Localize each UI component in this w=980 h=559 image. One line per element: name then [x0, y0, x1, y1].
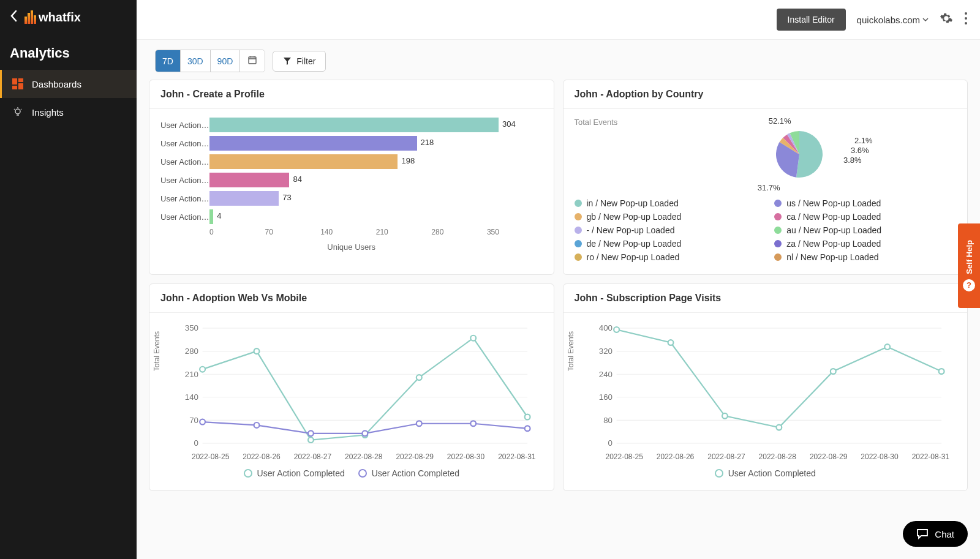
bar-chart-xlabel: Unique Users	[160, 242, 543, 252]
card-profile: John - Create a Profile User Action…304U…	[149, 80, 554, 275]
legend-item: gb / New Pop-up Loaded	[575, 212, 756, 222]
bar-label: User Action…	[160, 121, 209, 130]
sidebar-item-dashboards[interactable]: Dashboards	[0, 70, 137, 98]
bar-row: User Action…304	[160, 118, 543, 132]
svg-text:400: 400	[598, 323, 612, 332]
legend-swatch	[715, 469, 723, 478]
filter-icon	[283, 57, 292, 66]
legend-label: gb / New Pop-up Loaded	[587, 212, 682, 222]
svg-point-49	[938, 369, 944, 374]
sidebar: whatfix Analytics DashboardsInsights	[0, 0, 137, 559]
pie-chart: 52.1% 2.1% 3.6% 3.8% 31.7%	[630, 118, 956, 191]
svg-point-47	[830, 369, 835, 374]
self-help-button[interactable]: Self Help ?	[958, 223, 980, 308]
bar-row: User Action…84	[160, 173, 543, 187]
more-vertical-icon[interactable]	[964, 12, 968, 28]
self-help-label: Self Help	[965, 240, 974, 274]
svg-point-45	[722, 413, 728, 419]
pie-legend: in / New Pop-up Loadedus / New Pop-up Lo…	[575, 198, 957, 262]
help-icon: ?	[963, 279, 975, 291]
bar-track: 304	[209, 118, 543, 132]
svg-text:320: 320	[598, 347, 612, 356]
install-editor-button[interactable]: Install Editor	[777, 9, 846, 31]
back-icon[interactable]	[10, 10, 18, 24]
card-subs: John - Subscription Page Visits Total Ev…	[563, 283, 968, 491]
range-7d[interactable]: 7D	[156, 50, 181, 72]
svg-text:160: 160	[598, 392, 612, 402]
bar-value: 218	[421, 138, 434, 147]
bar-fill	[209, 136, 417, 151]
svg-point-27	[362, 430, 368, 436]
svg-point-25	[254, 422, 260, 428]
legend-swatch	[575, 213, 582, 220]
legend-label: User Action Completed	[372, 468, 459, 478]
svg-point-24	[200, 419, 205, 425]
line-legend-item: User Action Completed	[715, 468, 816, 478]
legend-label: User Action Completed	[728, 468, 816, 478]
sidebar-title: Analytics	[0, 34, 137, 70]
svg-point-1	[965, 12, 967, 15]
card-webmobile-body: Total Events 070140210280350 2022-08-252…	[149, 313, 554, 490]
card-country-title: John - Adoption by Country	[564, 80, 968, 109]
chat-button[interactable]: Chat	[903, 521, 968, 547]
line-x-ticks: 2022-08-252022-08-262022-08-272022-08-28…	[599, 452, 957, 461]
svg-point-28	[417, 421, 422, 426]
toolbar: 7D30D90D Filter	[149, 46, 968, 80]
svg-text:210: 210	[185, 370, 198, 379]
legend-item: - / New Pop-up Loaded	[575, 225, 756, 235]
domain-select-label: quickolabs.com	[857, 15, 920, 25]
bar-fill	[209, 191, 279, 206]
bar-label: User Action…	[160, 139, 209, 148]
svg-text:280: 280	[185, 347, 198, 356]
legend-item: ro / New Pop-up Loaded	[575, 252, 756, 262]
pie-callout: 3.6%	[851, 146, 869, 155]
bar-value: 198	[401, 156, 415, 165]
legend-item: de / New Pop-up Loaded	[575, 239, 756, 249]
svg-text:140: 140	[185, 392, 198, 402]
bar-label: User Action…	[160, 212, 209, 222]
legend-label: de / New Pop-up Loaded	[587, 239, 682, 249]
bar-track: 84	[209, 173, 543, 187]
card-profile-title: John - Create a Profile	[149, 80, 554, 109]
bar-fill	[209, 154, 398, 169]
pie-callout: 3.8%	[843, 156, 862, 165]
range-90d[interactable]: 90D	[211, 50, 241, 72]
card-country-body: Total Events 52.1% 2.1% 3.6% 3.8% 31.7%	[564, 109, 968, 274]
card-subs-title: John - Subscription Page Visits	[564, 284, 968, 313]
line-chart-webmobile: 070140210280350	[160, 321, 543, 450]
calendar-button[interactable]	[240, 50, 265, 72]
legend-label: User Action Completed	[257, 468, 345, 478]
svg-text:350: 350	[185, 323, 198, 332]
legend-label: us / New Pop-up Loaded	[786, 198, 881, 208]
logo: whatfix	[24, 10, 81, 24]
sidebar-item-insights[interactable]: Insights	[0, 98, 137, 126]
card-webmobile-title: John - Adoption Web Vs Mobile	[149, 284, 554, 313]
dashboard-icon	[12, 78, 23, 89]
pie-callout: 52.1%	[769, 116, 791, 126]
legend-swatch	[575, 253, 582, 261]
svg-point-3	[965, 22, 967, 24]
bar-row: User Action…4	[160, 209, 543, 224]
svg-point-17	[200, 367, 205, 372]
svg-point-23	[525, 415, 530, 420]
bar-track: 218	[209, 136, 543, 151]
nav-list: DashboardsInsights	[0, 70, 137, 126]
legend-label: in / New Pop-up Loaded	[587, 198, 679, 208]
line-x-ticks: 2022-08-252022-08-262022-08-272022-08-28…	[185, 452, 543, 461]
legend-swatch	[774, 213, 782, 220]
insights-icon	[12, 107, 23, 118]
nav-label: Insights	[32, 107, 64, 118]
gear-icon[interactable]	[940, 12, 953, 28]
svg-text:0: 0	[194, 438, 198, 448]
bar-label: User Action…	[160, 194, 209, 203]
legend-label: ca / New Pop-up Loaded	[786, 212, 881, 222]
legend-label: - / New Pop-up Loaded	[587, 225, 675, 235]
line-legend-item: User Action Completed	[244, 468, 345, 478]
card-grid: John - Create a Profile User Action…304U…	[149, 80, 968, 491]
content: 7D30D90D Filter John - Create a Profile …	[137, 40, 980, 559]
domain-select[interactable]: quickolabs.com	[857, 15, 929, 25]
filter-button[interactable]: Filter	[273, 51, 326, 72]
svg-point-44	[668, 340, 673, 345]
bar-chart: User Action…304User Action…218User Actio…	[160, 118, 543, 224]
range-30d[interactable]: 30D	[181, 50, 211, 72]
